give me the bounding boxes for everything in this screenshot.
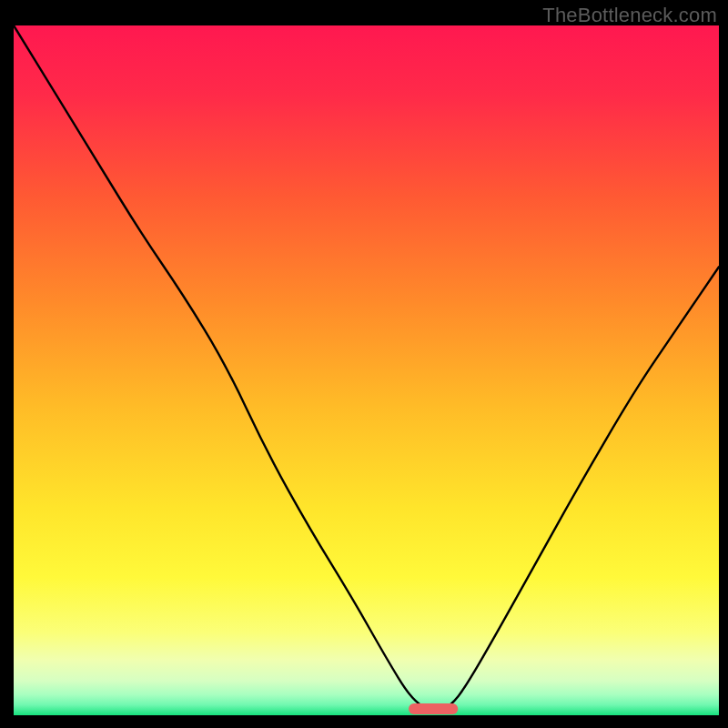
plot-area — [14, 25, 719, 715]
bottleneck-chart — [0, 0, 728, 728]
watermark-text: TheBottleneck.com — [542, 4, 717, 27]
optimum-marker — [409, 703, 458, 714]
